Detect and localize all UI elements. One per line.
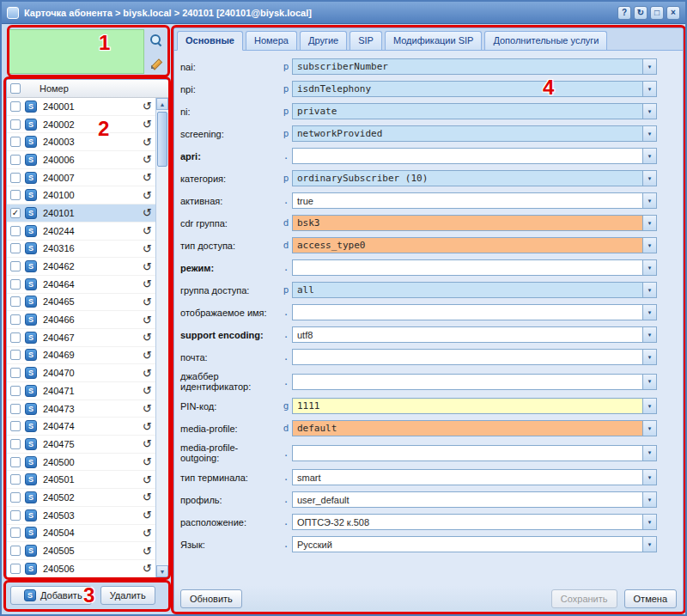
row-checkbox[interactable]	[10, 350, 21, 360]
history-icon[interactable]: ↺	[143, 438, 152, 449]
row-checkbox[interactable]	[10, 173, 21, 183]
history-icon[interactable]: ↺	[143, 137, 152, 148]
select-all-checkbox[interactable]	[10, 83, 21, 94]
list-item[interactable]: S240001↺	[7, 98, 155, 116]
field-value-5[interactable]: ordinarySubscriber (10)	[292, 170, 642, 186]
dropdown-icon[interactable]: ▼	[642, 192, 657, 209]
field-value-12[interactable]: utf8	[292, 326, 642, 343]
history-icon[interactable]: ↺	[143, 546, 152, 557]
dropdown-icon[interactable]: ▼	[642, 148, 657, 164]
list-item[interactable]: S240100↺	[7, 186, 155, 204]
history-icon[interactable]: ↺	[143, 509, 152, 521]
refresh-button[interactable]: Обновить	[180, 589, 242, 608]
list-item[interactable]: S240470↺	[7, 364, 155, 382]
history-icon[interactable]: ↺	[143, 491, 152, 503]
list-item[interactable]: S240465↺	[7, 294, 155, 312]
help-icon[interactable]: ?	[617, 6, 631, 20]
field-value-2[interactable]: private	[292, 103, 642, 119]
history-icon[interactable]: ↺	[143, 261, 152, 272]
tab-2[interactable]: Другие	[300, 31, 347, 50]
list-item[interactable]: S240474↺	[7, 418, 155, 436]
dropdown-icon[interactable]: ▼	[642, 304, 657, 320]
history-icon[interactable]: ↺	[143, 421, 152, 432]
close-icon[interactable]: ×	[666, 6, 680, 20]
row-checkbox[interactable]	[10, 528, 21, 538]
scroll-up-icon[interactable]: ▲	[156, 98, 168, 110]
row-checkbox[interactable]	[10, 314, 21, 325]
dropdown-icon[interactable]: ▼	[642, 282, 657, 298]
field-value-15[interactable]: 1111	[292, 398, 642, 414]
history-icon[interactable]: ↺	[143, 456, 152, 467]
list-item[interactable]: S240469↺	[7, 347, 155, 365]
row-checkbox[interactable]	[10, 421, 21, 431]
dropdown-icon[interactable]: ▼	[642, 491, 657, 508]
field-value-14[interactable]	[292, 374, 642, 390]
field-value-18[interactable]: smart	[292, 469, 642, 485]
history-icon[interactable]: ↺	[143, 207, 152, 218]
list-item[interactable]: S240316↺	[7, 241, 155, 259]
list-item[interactable]: S240002↺	[7, 116, 155, 134]
row-checkbox[interactable]	[10, 546, 21, 556]
dropdown-icon[interactable]: ▼	[642, 326, 657, 343]
list-item[interactable]: S240466↺	[7, 311, 155, 329]
dropdown-icon[interactable]: ▼	[642, 81, 657, 97]
history-icon[interactable]: ↺	[143, 119, 152, 130]
dropdown-icon[interactable]: ▼	[642, 259, 657, 276]
field-value-11[interactable]	[292, 304, 642, 320]
field-value-9[interactable]	[292, 259, 642, 276]
list-item[interactable]: S240467↺	[7, 329, 155, 347]
row-checkbox[interactable]	[10, 243, 21, 253]
list-item[interactable]: S240006↺	[7, 151, 155, 169]
scroll-thumb[interactable]	[157, 112, 167, 167]
history-icon[interactable]: ↺	[143, 190, 152, 201]
history-icon[interactable]: ↺	[143, 528, 152, 539]
history-icon[interactable]: ↺	[143, 172, 152, 183]
history-icon[interactable]: ↺	[143, 474, 152, 485]
row-checkbox[interactable]	[10, 439, 21, 449]
dropdown-icon[interactable]: ▼	[642, 536, 657, 552]
edit-icon[interactable]	[149, 58, 161, 70]
history-icon[interactable]: ↺	[143, 296, 152, 308]
row-checkbox[interactable]	[10, 261, 21, 271]
search-icon[interactable]	[149, 34, 161, 46]
field-value-10[interactable]: all	[292, 282, 642, 298]
number-column-header[interactable]: Номер	[40, 83, 69, 94]
history-icon[interactable]: ↺	[143, 154, 152, 165]
field-value-20[interactable]: ОПТСЭ-32 к.508	[292, 514, 642, 530]
field-value-6[interactable]: true	[292, 192, 642, 209]
list-item[interactable]: S240473↺	[7, 400, 155, 418]
tab-1[interactable]: Номера	[246, 31, 297, 50]
list-scrollbar[interactable]: ▲ ▼	[155, 98, 168, 577]
field-value-8[interactable]: access_type0	[292, 237, 642, 253]
history-icon[interactable]: ↺	[143, 350, 152, 361]
dropdown-icon[interactable]: ▼	[642, 215, 657, 231]
field-value-3[interactable]: networkProvided	[292, 125, 642, 142]
history-icon[interactable]: ↺	[143, 101, 152, 112]
cancel-button[interactable]: Отмена	[624, 589, 677, 608]
row-checkbox[interactable]	[10, 332, 21, 343]
tab-3[interactable]: SIP	[350, 31, 382, 50]
field-value-19[interactable]: user_default	[292, 491, 642, 508]
add-button[interactable]: S Добавить	[10, 586, 92, 605]
tab-0[interactable]: Основные	[177, 31, 243, 51]
list-item[interactable]: S240505↺	[7, 542, 155, 560]
list-item[interactable]: S240506↺	[7, 560, 155, 577]
row-checkbox[interactable]	[10, 190, 21, 200]
row-checkbox[interactable]	[10, 119, 21, 130]
row-checkbox[interactable]	[10, 404, 21, 414]
history-icon[interactable]: ↺	[143, 314, 152, 326]
dropdown-icon[interactable]: ▼	[642, 420, 657, 436]
row-checkbox[interactable]	[10, 137, 21, 147]
history-icon[interactable]: ↺	[143, 403, 152, 414]
dropdown-icon[interactable]: ▼	[642, 103, 657, 119]
row-checkbox[interactable]	[10, 457, 21, 467]
row-checkbox[interactable]	[10, 474, 21, 485]
scroll-down-icon[interactable]: ▼	[156, 565, 168, 577]
restore-icon[interactable]: □	[650, 6, 664, 20]
list-item[interactable]: S240504↺	[7, 525, 155, 543]
row-checkbox[interactable]	[10, 368, 21, 378]
dropdown-icon[interactable]: ▼	[642, 469, 657, 485]
field-value-17[interactable]	[292, 445, 642, 461]
tab-4[interactable]: Модификации SIP	[385, 31, 482, 50]
history-icon[interactable]: ↺	[143, 368, 152, 379]
